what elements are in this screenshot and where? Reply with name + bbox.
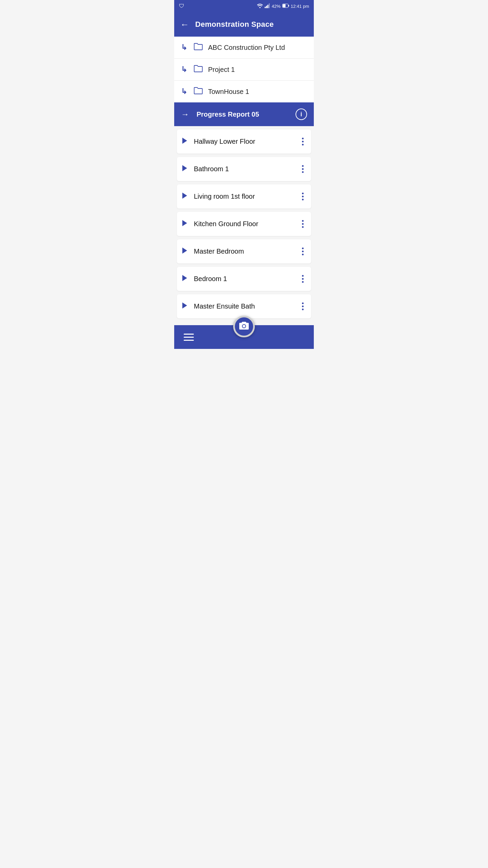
expand-icon-6 bbox=[182, 302, 189, 310]
battery-percentage: 42% bbox=[272, 4, 281, 9]
breadcrumb-label-1: Project 1 bbox=[208, 66, 235, 74]
bottom-bar bbox=[174, 325, 314, 349]
room-label-4: Master Bedroom bbox=[194, 248, 295, 255]
more-menu-3[interactable] bbox=[300, 219, 306, 229]
report-label: Progress Report 05 bbox=[197, 111, 289, 118]
svg-marker-13 bbox=[182, 302, 187, 309]
svg-rect-5 bbox=[288, 5, 289, 7]
breadcrumb-container: ↳ ABC Construction Pty Ltd ↳ Project 1 ↳… bbox=[174, 37, 314, 102]
expand-icon-3 bbox=[182, 220, 189, 228]
room-label-1: Bathroom 1 bbox=[194, 165, 295, 173]
svg-marker-10 bbox=[182, 220, 187, 226]
status-bar: 🛡 42% 12:41 pm bbox=[174, 0, 314, 12]
breadcrumb-arrow-2: ↳ bbox=[181, 87, 189, 96]
battery-icon bbox=[282, 3, 289, 9]
expand-icon-4 bbox=[182, 248, 189, 255]
room-item-1[interactable]: Bathroom 1 bbox=[177, 157, 311, 181]
svg-point-16 bbox=[246, 323, 247, 324]
svg-marker-11 bbox=[182, 248, 187, 254]
room-label-2: Living room 1st floor bbox=[194, 193, 295, 200]
svg-marker-12 bbox=[182, 275, 187, 281]
folder-icon-2 bbox=[194, 87, 203, 96]
svg-point-15 bbox=[243, 325, 245, 328]
report-arrow-icon: → bbox=[181, 110, 190, 119]
more-menu-2[interactable] bbox=[300, 191, 306, 202]
expand-icon-2 bbox=[182, 193, 189, 200]
svg-marker-7 bbox=[182, 138, 187, 144]
svg-rect-2 bbox=[267, 5, 268, 8]
active-report-row[interactable]: → Progress Report 05 i bbox=[174, 102, 314, 126]
info-button[interactable]: i bbox=[296, 108, 307, 120]
room-item-0[interactable]: Hallway Lower Floor bbox=[177, 130, 311, 154]
more-menu-0[interactable] bbox=[300, 136, 306, 147]
svg-marker-9 bbox=[182, 193, 187, 199]
room-item-6[interactable]: Master Ensuite Bath bbox=[177, 294, 311, 318]
svg-rect-6 bbox=[283, 4, 285, 7]
room-item-5[interactable]: Bedroom 1 bbox=[177, 267, 311, 291]
more-menu-1[interactable] bbox=[300, 164, 306, 174]
expand-icon-1 bbox=[182, 165, 189, 173]
page-title: Demonstration Space bbox=[195, 20, 274, 29]
expand-icon-5 bbox=[182, 275, 189, 283]
breadcrumb-label-2: TownHouse 1 bbox=[208, 88, 249, 96]
wifi-icon bbox=[257, 3, 263, 9]
camera-icon bbox=[239, 321, 249, 332]
room-item-2[interactable]: Living room 1st floor bbox=[177, 184, 311, 209]
room-label-6: Master Ensuite Bath bbox=[194, 302, 295, 310]
more-menu-6[interactable] bbox=[300, 301, 306, 312]
shield-icon: 🛡 bbox=[179, 3, 184, 9]
svg-rect-3 bbox=[269, 3, 270, 8]
svg-rect-1 bbox=[266, 6, 267, 8]
room-label-3: Kitchen Ground Floor bbox=[194, 220, 295, 228]
more-menu-5[interactable] bbox=[300, 274, 306, 284]
breadcrumb-item-2[interactable]: ↳ TownHouse 1 bbox=[174, 81, 314, 102]
expand-icon-0 bbox=[182, 138, 189, 145]
room-list: Hallway Lower Floor Bathroom 1 Living ro… bbox=[174, 126, 314, 325]
room-item-3[interactable]: Kitchen Ground Floor bbox=[177, 212, 311, 236]
breadcrumb-arrow-0: ↳ bbox=[181, 43, 189, 52]
breadcrumb-item-1[interactable]: ↳ Project 1 bbox=[174, 59, 314, 81]
time-display: 12:41 pm bbox=[291, 4, 309, 9]
room-label-5: Bedroom 1 bbox=[194, 275, 295, 283]
hamburger-menu-button[interactable] bbox=[184, 334, 194, 341]
info-icon: i bbox=[300, 111, 302, 118]
app-header: ← Demonstration Space bbox=[174, 12, 314, 37]
room-label-0: Hallway Lower Floor bbox=[194, 138, 295, 145]
svg-marker-8 bbox=[182, 165, 187, 171]
folder-icon-1 bbox=[194, 65, 203, 74]
room-item-4[interactable]: Master Bedroom bbox=[177, 239, 311, 263]
folder-icon-0 bbox=[194, 43, 203, 52]
svg-rect-0 bbox=[265, 7, 266, 8]
breadcrumb-item-0[interactable]: ↳ ABC Construction Pty Ltd bbox=[174, 37, 314, 59]
back-button[interactable]: ← bbox=[180, 19, 189, 30]
camera-fab-button[interactable] bbox=[233, 316, 255, 337]
signal-icon bbox=[265, 3, 270, 9]
breadcrumb-label-0: ABC Construction Pty Ltd bbox=[208, 44, 285, 52]
more-menu-4[interactable] bbox=[300, 246, 306, 257]
breadcrumb-arrow-1: ↳ bbox=[181, 65, 189, 74]
